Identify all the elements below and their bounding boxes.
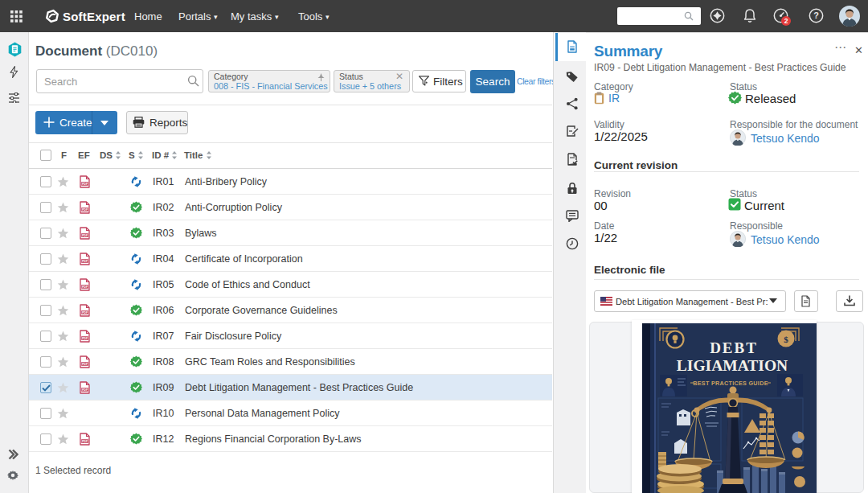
svg-text:BEST PRACTICES GUIDE: BEST PRACTICES GUIDE bbox=[693, 380, 768, 387]
svg-text:PDF: PDF bbox=[82, 440, 88, 443]
svg-text:PDF: PDF bbox=[82, 234, 88, 237]
svg-text:$: $ bbox=[784, 335, 788, 344]
svg-text:PDF: PDF bbox=[82, 286, 88, 289]
svg-text:PDF: PDF bbox=[82, 363, 88, 366]
svg-text:PDF: PDF bbox=[82, 388, 88, 392]
svg-text:PDF: PDF bbox=[82, 260, 88, 263]
svg-text:PDF: PDF bbox=[82, 337, 88, 340]
svg-text:?: ? bbox=[813, 10, 819, 20]
svg-text:PDF: PDF bbox=[82, 208, 88, 212]
svg-text:LIGIAMATION: LIGIAMATION bbox=[677, 357, 788, 374]
svg-text:PDF: PDF bbox=[82, 183, 88, 186]
svg-text:DEBT: DEBT bbox=[710, 339, 758, 356]
svg-text:PDF: PDF bbox=[82, 311, 88, 314]
